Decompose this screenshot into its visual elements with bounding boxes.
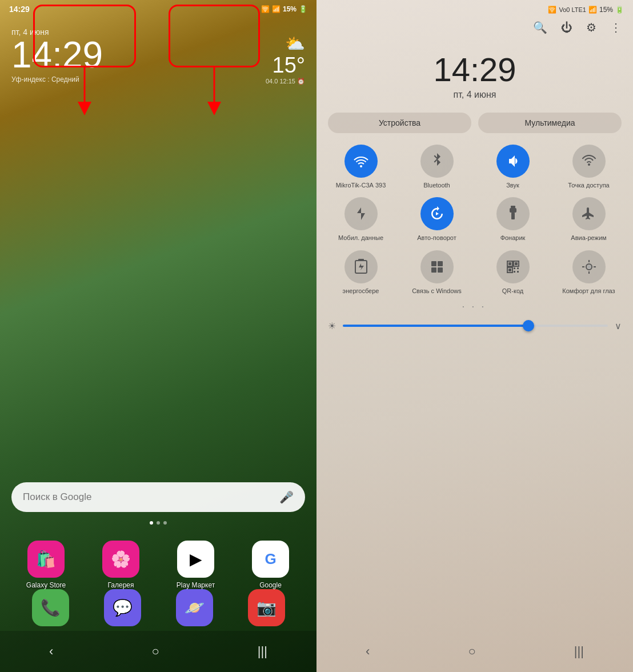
galaxy-store-icon: 🛍️ bbox=[27, 541, 65, 578]
right-signal-bars: 📶 bbox=[588, 6, 597, 14]
back-button[interactable]: ‹ bbox=[43, 638, 59, 665]
tab-media[interactable]: Мультимедиа bbox=[478, 113, 622, 133]
play-market-icon: ▶ bbox=[177, 541, 214, 578]
svg-rect-9 bbox=[438, 261, 443, 266]
samsung-icon: 🪐 bbox=[176, 589, 213, 626]
tile-bluetooth[interactable]: Bluetooth bbox=[403, 145, 471, 189]
tab-devices[interactable]: Устройства bbox=[328, 113, 471, 133]
battery-saver-tile-icon bbox=[344, 250, 378, 283]
right-back-button[interactable]: ‹ bbox=[360, 638, 375, 665]
qs-power-icon[interactable]: ⏻ bbox=[561, 21, 572, 34]
wifi-icon: 🛜 bbox=[261, 5, 270, 13]
messages-icon: 💬 bbox=[104, 589, 141, 626]
app-grid: 🛍️ Galaxy Store 🌸 Галерея ▶ Play Маркет … bbox=[0, 541, 316, 589]
page-indicators bbox=[150, 521, 167, 525]
windows-link-tile-label: Связь с Windows bbox=[412, 287, 462, 295]
right-recents-button[interactable]: ||| bbox=[568, 638, 590, 665]
svg-rect-21 bbox=[517, 271, 519, 273]
windows-link-tile-icon bbox=[420, 250, 454, 283]
tile-windows-link[interactable]: Связь с Windows bbox=[403, 250, 471, 295]
left-status-icons: 🛜 📶 15% 🔋 bbox=[261, 5, 307, 13]
home-button[interactable]: ○ bbox=[146, 638, 165, 665]
qs-settings-icon[interactable]: ⚙ bbox=[586, 21, 596, 34]
brightness-row: ☀ ∨ bbox=[316, 313, 633, 339]
weather-widget: ⛅ 15° 04.0 12:15 ⏰ bbox=[266, 34, 305, 85]
svg-rect-15 bbox=[515, 262, 518, 265]
play-market-label: Play Маркет bbox=[177, 581, 215, 589]
tile-qr-code[interactable]: QR-код bbox=[479, 250, 547, 295]
dot-3 bbox=[163, 521, 167, 525]
tile-auto-rotate[interactable]: Авто-поворот bbox=[403, 197, 471, 242]
right-status-bar: 🛜 Vo0 LTE1 📶 15% 🔋 bbox=[316, 0, 633, 16]
tile-mobile-data[interactable]: Мобил. данные bbox=[327, 197, 395, 242]
day-label: пт, 4 июня bbox=[11, 27, 305, 37]
qs-clock: 14:29 bbox=[316, 50, 633, 89]
right-status-icons: 🛜 Vo0 LTE1 📶 15% 🔋 bbox=[548, 6, 624, 14]
phone-icon: 📞 bbox=[32, 589, 69, 626]
dot-1 bbox=[150, 521, 153, 525]
brightness-thumb[interactable] bbox=[523, 320, 534, 331]
brightness-expand-icon[interactable]: ∨ bbox=[615, 321, 622, 331]
tile-flashlight[interactable]: Фонарик bbox=[479, 197, 547, 242]
svg-rect-13 bbox=[508, 262, 511, 265]
tile-hotspot[interactable]: Точка доступа bbox=[555, 145, 623, 189]
search-placeholder: Поиск в Google bbox=[23, 491, 91, 503]
svg-rect-19 bbox=[517, 267, 519, 269]
hotspot-tile-label: Точка доступа bbox=[568, 181, 609, 189]
tile-airplane[interactable]: Авиа-режим bbox=[555, 197, 623, 242]
brightness-slider[interactable] bbox=[343, 325, 608, 327]
svg-rect-18 bbox=[514, 267, 515, 269]
qs-more-icon[interactable]: ⋮ bbox=[610, 21, 622, 34]
dock-camera[interactable]: 📷 bbox=[233, 589, 299, 626]
brightness-min-icon: ☀ bbox=[328, 321, 336, 331]
search-bar[interactable]: Поиск в Google 🎤 bbox=[11, 482, 305, 512]
google-icon: G bbox=[252, 541, 289, 578]
dock-phone[interactable]: 📞 bbox=[17, 589, 83, 626]
auto-rotate-tile-label: Авто-поворот bbox=[417, 234, 456, 242]
battery-percent: 15% bbox=[283, 5, 297, 13]
tile-battery-saver[interactable]: энергосбере bbox=[327, 250, 395, 295]
uv-label: Уф-индекс : Средний bbox=[11, 75, 305, 83]
qs-search-icon[interactable]: 🔍 bbox=[533, 21, 547, 34]
app-galaxy-store[interactable]: 🛍️ Galaxy Store bbox=[11, 541, 81, 589]
app-google[interactable]: G Google bbox=[236, 541, 305, 589]
google-label: Google bbox=[259, 581, 282, 589]
right-nav-bar: ‹ ○ ||| bbox=[316, 631, 633, 672]
svg-point-27 bbox=[587, 265, 591, 269]
airplane-tile-label: Авиа-режим bbox=[571, 234, 606, 242]
left-status-time: 14:29 bbox=[9, 5, 30, 14]
qr-code-tile-label: QR-код bbox=[502, 287, 523, 295]
right-home-button[interactable]: ○ bbox=[462, 638, 481, 665]
dock-messages[interactable]: 💬 bbox=[89, 589, 155, 626]
tile-wifi[interactable]: MikroTik-С3А 393 bbox=[327, 145, 395, 189]
eye-comfort-tile-icon bbox=[572, 250, 606, 283]
quick-tiles-grid: MikroTik-С3А 393 Bluetooth Звук bbox=[316, 139, 633, 301]
flashlight-tile-icon bbox=[496, 197, 530, 230]
dock-samsung[interactable]: 🪐 bbox=[161, 589, 227, 626]
mobile-data-tile-icon bbox=[344, 197, 378, 230]
page-dots: • • • bbox=[316, 301, 633, 313]
qs-clock-area: 14:29 пт, 4 июня bbox=[316, 39, 633, 103]
wifi-tile-label: MikroTik-С3А 393 bbox=[336, 181, 386, 189]
sound-tile-label: Звук bbox=[506, 181, 519, 189]
microphone-icon[interactable]: 🎤 bbox=[279, 490, 294, 504]
tile-sound[interactable]: Звук bbox=[479, 145, 547, 189]
right-battery-icon: 🔋 bbox=[615, 6, 624, 14]
svg-rect-11 bbox=[438, 267, 443, 273]
device-media-tabs: Устройства Мультимедиа bbox=[316, 103, 633, 139]
camera-icon: 📷 bbox=[248, 589, 285, 626]
qr-code-tile-icon bbox=[496, 250, 530, 283]
tile-eye-comfort[interactable]: Комфорт для глаз bbox=[555, 250, 623, 295]
right-battery: 15% bbox=[599, 6, 613, 14]
airplane-tile-icon bbox=[572, 197, 606, 230]
bluetooth-tile-icon bbox=[420, 145, 454, 178]
app-play-market[interactable]: ▶ Play Маркет bbox=[161, 541, 230, 589]
right-wifi-icon: 🛜 bbox=[548, 6, 556, 14]
battery-saver-tile-label: энергосбере bbox=[343, 287, 379, 295]
temperature: 15° bbox=[266, 53, 305, 78]
qs-header-icons: 🔍 ⏻ ⚙ ⋮ bbox=[316, 16, 633, 39]
recents-button[interactable]: ||| bbox=[252, 638, 273, 665]
app-gallery[interactable]: 🌸 Галерея bbox=[86, 541, 155, 589]
flashlight-tile-label: Фонарик bbox=[500, 234, 526, 242]
sound-tile-icon bbox=[496, 145, 530, 178]
